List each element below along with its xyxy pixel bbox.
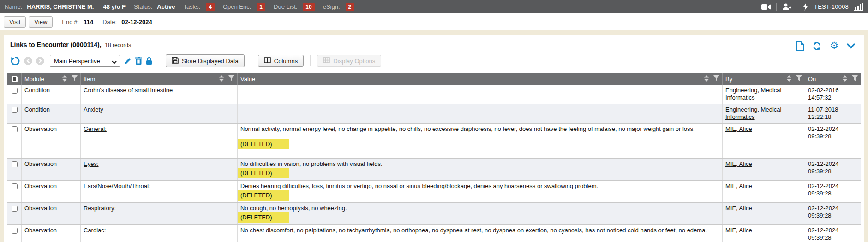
by-link[interactable]: MIE, Alice (725, 125, 752, 132)
by-cell: Engineering, Medical Informatics (722, 85, 805, 104)
open-enc-badge[interactable]: 1 (257, 3, 265, 11)
chevron-down-icon[interactable] (847, 43, 855, 49)
row-select-cell (7, 203, 21, 224)
row-checkbox[interactable] (12, 183, 18, 189)
new-page-icon[interactable] (796, 41, 804, 51)
item-header-label: Item (84, 76, 216, 83)
item-cell: Anxiety (80, 104, 237, 123)
enc-date-label: Date: (102, 18, 117, 25)
chart-icon[interactable] (854, 3, 863, 11)
item-link[interactable]: Respiratory: (84, 205, 116, 212)
store-displayed-data-button[interactable]: Store Displayed Data (166, 54, 245, 67)
next-icon[interactable] (36, 57, 44, 65)
item-link[interactable]: Cardiac: (84, 227, 106, 234)
name-label: Name: (5, 3, 22, 10)
by-cell: MIE, Alice (722, 225, 805, 242)
by-cell: Engineering, Medical Informatics (722, 104, 805, 123)
filter-icon[interactable] (72, 75, 78, 83)
esign-label: eSign: (323, 3, 340, 10)
by-link[interactable]: Engineering, Medical Informatics (725, 106, 781, 120)
row-checkbox[interactable] (12, 107, 18, 113)
row-checkbox[interactable] (12, 228, 18, 234)
deleted-flag: (DELETED) (238, 168, 289, 178)
grid-icon (323, 57, 330, 65)
perspective-select[interactable]: Main Perspective (50, 55, 120, 67)
module-cell: Observation (21, 159, 80, 180)
item-link[interactable]: Anxiety (84, 106, 103, 113)
grid-toolbar: Main Perspective (6, 54, 862, 67)
tasks-badge[interactable]: 4 (206, 3, 215, 11)
display-options-button: Display Options (317, 55, 381, 67)
sort-icon[interactable] (704, 75, 709, 83)
by-link[interactable]: MIE, Alice (725, 160, 752, 167)
filter-icon[interactable] (852, 75, 858, 83)
row-checkbox[interactable] (12, 88, 18, 94)
enc-number-label: Enc #: (62, 18, 79, 25)
due-list-badge[interactable]: 10 (303, 3, 314, 11)
item-link[interactable]: General: (84, 125, 107, 132)
view-button[interactable]: View (29, 16, 53, 28)
on-column-header[interactable]: On (805, 73, 861, 85)
sort-icon[interactable] (62, 75, 67, 83)
sort-icon[interactable] (219, 75, 224, 83)
links-to-encounter-panel: Links to Encounter (0000114), 18 records… (4, 35, 864, 242)
row-select-cell (7, 85, 21, 104)
by-link[interactable]: MIE, Alice (725, 183, 752, 189)
gear-icon[interactable]: ⚙ (830, 41, 838, 51)
row-checkbox[interactable] (12, 161, 18, 167)
value-text: No difficulties in vision, no problems w… (240, 160, 719, 168)
by-column-header[interactable]: By (722, 73, 805, 85)
module-cell: Observation (21, 181, 80, 202)
system-id: TEST-10008 (814, 3, 849, 10)
item-link[interactable]: Ears/Nose/Mouth/Throat: (84, 183, 150, 189)
by-cell: MIE, Alice (722, 124, 805, 158)
row-checkbox[interactable] (12, 126, 18, 132)
undo-icon[interactable] (10, 56, 20, 66)
module-header-label: Module (24, 76, 60, 83)
by-cell: MIE, Alice (722, 203, 805, 224)
on-cell: 11-07-2018 12:22:18 (805, 104, 861, 123)
filter-icon[interactable] (228, 75, 234, 83)
by-link[interactable]: MIE, Alice (725, 227, 752, 234)
item-link[interactable]: Eyes: (84, 160, 99, 167)
filter-icon[interactable] (713, 75, 719, 83)
sort-icon[interactable] (843, 75, 847, 83)
row-checkbox[interactable] (12, 206, 18, 212)
prev-icon[interactable] (24, 57, 32, 65)
visit-button[interactable]: Visit (4, 16, 26, 28)
open-enc-label: Open Enc: (223, 3, 251, 10)
value-cell: No cough, no hemoptysis, no wheezing. (D… (237, 203, 722, 224)
video-camera-icon[interactable] (761, 4, 771, 10)
workspace: Links to Encounter (0000114), 18 records… (0, 30, 868, 242)
item-link[interactable]: Crohn's disease of small intestine (84, 87, 173, 94)
select-all-checkbox[interactable] (12, 76, 18, 82)
edit-pencil-icon[interactable] (124, 57, 132, 65)
by-link[interactable]: MIE, Alice (725, 205, 752, 212)
status-value: Active (157, 3, 175, 10)
refresh-icon[interactable] (812, 41, 821, 51)
row-select-cell (7, 124, 21, 158)
by-cell: MIE, Alice (722, 181, 805, 202)
by-link[interactable]: Engineering, Medical Informatics (725, 87, 781, 101)
module-column-header[interactable]: Module (21, 73, 80, 85)
columns-button[interactable]: Columns (258, 55, 304, 67)
table-row: Condition Crohn's disease of small intes… (7, 85, 861, 104)
filter-icon[interactable] (796, 75, 802, 83)
item-cell: Cardiac: (80, 225, 237, 242)
table-row: Condition Anxiety Engineering, Medical I… (7, 104, 861, 124)
select-all-header (7, 73, 21, 85)
add-user-icon[interactable] (782, 3, 791, 11)
status-label: Status: (134, 3, 152, 10)
age-sex: 48 y/o F (103, 3, 125, 10)
toolbar-separator (310, 55, 311, 66)
esign-badge[interactable]: 2 (346, 3, 354, 11)
value-column-header[interactable]: Value (237, 73, 722, 85)
item-column-header[interactable]: Item (80, 73, 237, 85)
sort-icon[interactable] (787, 75, 791, 83)
item-cell: Eyes: (80, 159, 237, 180)
lightning-icon[interactable] (803, 3, 808, 11)
on-timestamp: 02-12-2024 09:39:28 (808, 125, 858, 140)
on-cell: 02-12-2024 09:39:28 (805, 124, 861, 158)
lock-icon[interactable] (146, 57, 152, 65)
trash-icon[interactable] (135, 57, 142, 65)
